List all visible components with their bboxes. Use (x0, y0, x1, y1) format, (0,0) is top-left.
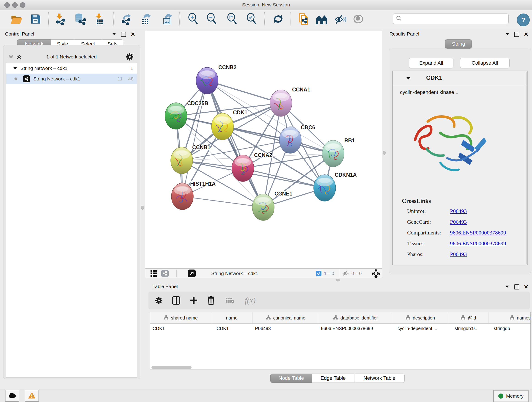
panel-menu-icon[interactable] (505, 285, 510, 289)
expand-all-button[interactable]: Expand All (409, 58, 453, 68)
float-panel-icon[interactable] (514, 284, 519, 289)
zoom-out-button[interactable] (206, 13, 218, 26)
close-panel-icon[interactable]: ✕ (131, 32, 135, 37)
graph-node[interactable] (232, 155, 254, 182)
function-builder-button[interactable]: f(x) (241, 295, 259, 306)
protein-card-header[interactable]: CDK1 (393, 71, 527, 86)
zoom-selected-button[interactable] (245, 13, 258, 26)
network-row[interactable]: String Network – cdk1 11 48 (6, 74, 137, 84)
zoom-in-button[interactable] (187, 13, 200, 26)
table-horizontal-scrollbar[interactable] (152, 366, 191, 369)
cell-description[interactable]: cyclin-dependent ... (392, 326, 448, 331)
show-columns-icon[interactable] (171, 295, 182, 306)
node-table: shared name name canonical name database… (150, 312, 531, 370)
column-header-namespace[interactable]: namespace (488, 313, 531, 323)
cell-database-identifier[interactable]: 9606.ENSP00000378699 (319, 326, 392, 331)
graph-node[interactable] (279, 127, 301, 153)
card-scrollbar[interactable] (526, 72, 527, 264)
warnings-button[interactable] (25, 390, 39, 402)
graph-node[interactable] (252, 194, 274, 220)
network-status-dot (14, 77, 17, 80)
cloud-status-button[interactable] (5, 390, 19, 402)
cell-name[interactable]: CDK1 (211, 326, 252, 331)
save-session-button[interactable] (29, 13, 42, 26)
first-neighbors-button[interactable] (316, 13, 328, 26)
cell-namespace[interactable]: stringdb (488, 326, 531, 331)
search-input[interactable] (402, 16, 506, 22)
graph-node[interactable] (314, 175, 336, 201)
crosslink-value[interactable]: 9606.ENSP00000378699 (450, 240, 506, 247)
table-options-gear-icon[interactable] (153, 295, 165, 306)
column-header-database-identifier[interactable]: database identifier (319, 313, 392, 323)
open-folder-icon (11, 14, 22, 25)
show-all-button[interactable] (352, 13, 365, 26)
cell-canonical-name[interactable]: P06493 (252, 326, 319, 331)
network-canvas[interactable]: CCNB2CCNA1CDC25BCDK1CDC6RB1CCNB1CCNA2CDK… (145, 31, 382, 269)
export-network-button[interactable] (120, 13, 133, 26)
graph-edge[interactable] (207, 81, 281, 103)
tab-edge-table[interactable]: Edge Table (312, 374, 355, 383)
collapse-all-button[interactable]: Collapse All (460, 58, 510, 68)
search-field[interactable] (393, 13, 509, 24)
memory-button[interactable]: Memory (493, 390, 529, 402)
delete-column-icon[interactable] (205, 295, 217, 306)
float-panel-icon[interactable] (514, 32, 519, 37)
column-header-description[interactable]: description (392, 313, 448, 323)
network-from-selection-button[interactable] (297, 13, 310, 26)
network-collection-row[interactable]: String Network – cdk1 1 (6, 63, 137, 74)
close-panel-icon[interactable]: ✕ (524, 284, 528, 290)
graph-node[interactable] (196, 67, 218, 94)
panel-menu-icon[interactable] (505, 32, 510, 36)
column-header-canonical-name[interactable]: canonical name (252, 313, 319, 323)
network-view-type-icon[interactable] (161, 270, 169, 277)
column-header-id[interactable]: @id (448, 313, 488, 323)
network-options-gear-icon[interactable] (126, 53, 134, 62)
tab-string[interactable]: String (445, 39, 472, 49)
graph-node[interactable] (322, 140, 344, 167)
help-button[interactable]: ? (517, 13, 530, 26)
collapse-section-icon[interactable] (406, 77, 411, 81)
import-network-file-button[interactable] (54, 13, 67, 26)
table-row[interactable]: CDK1 CDK1 P06493 9606.ENSP00000378699 cy… (150, 324, 530, 333)
graph-edge[interactable] (207, 81, 263, 207)
hide-selected-button[interactable] (334, 13, 347, 26)
detach-view-icon[interactable] (188, 269, 196, 277)
import-network-database-button[interactable] (73, 13, 86, 26)
cell-shared-name[interactable]: CDK1 (150, 326, 211, 331)
graph-node[interactable] (270, 90, 292, 116)
selected-nodes-checkbox[interactable] (316, 271, 322, 276)
cell-id[interactable]: stringdb:9... (448, 326, 488, 331)
birds-eye-view-icon[interactable] (372, 269, 380, 279)
column-header-name[interactable]: name (211, 313, 252, 323)
delete-table-icon[interactable] (224, 295, 235, 306)
graph-edge[interactable] (182, 81, 207, 196)
grid-view-icon[interactable] (150, 270, 157, 278)
import-table-file-button[interactable] (94, 13, 106, 26)
float-panel-icon[interactable] (121, 32, 126, 37)
graph-node[interactable] (211, 113, 234, 140)
export-image-button[interactable] (161, 13, 174, 26)
close-panel-icon[interactable]: ✕ (524, 32, 528, 37)
horizontal-splitter-handle[interactable] (336, 279, 340, 281)
crosslink-value[interactable]: P06493 (450, 219, 467, 225)
column-header-shared-name[interactable]: shared name (150, 313, 211, 323)
left-splitter-handle[interactable] (141, 206, 144, 210)
crosslink-value[interactable]: P06493 (450, 251, 467, 257)
tab-network-table[interactable]: Network Table (354, 374, 405, 383)
crosslink-value[interactable]: 9606.ENSP00000378699 (450, 230, 506, 236)
tab-node-table[interactable]: Node Table (270, 374, 312, 383)
network-graph[interactable]: CCNB2CCNA1CDC25BCDK1CDC6RB1CCNB1CCNA2CDK… (145, 31, 382, 268)
apply-layout-button[interactable] (272, 13, 285, 26)
right-splitter-handle[interactable] (383, 151, 386, 155)
graph-edge[interactable] (182, 196, 263, 207)
zoom-fit-button[interactable] (226, 13, 239, 26)
graph-node[interactable] (165, 103, 187, 129)
create-column-icon[interactable] (188, 295, 199, 306)
graph-node[interactable] (171, 183, 193, 210)
export-table-button[interactable] (140, 13, 153, 26)
tree-expand-icon[interactable] (13, 65, 17, 71)
graph-node[interactable] (171, 147, 193, 174)
panel-menu-icon[interactable] (112, 32, 116, 36)
crosslink-value[interactable]: P06493 (450, 208, 467, 214)
open-session-button[interactable] (10, 13, 23, 26)
